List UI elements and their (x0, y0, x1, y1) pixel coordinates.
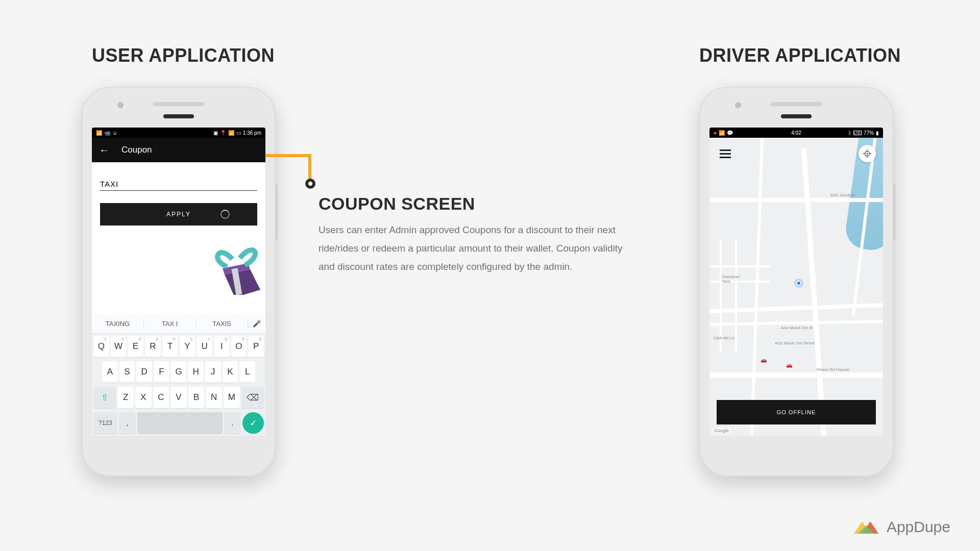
hamburger-icon (720, 153, 731, 155)
menu-button[interactable] (717, 145, 734, 162)
phone-sensor (163, 114, 194, 118)
google-attribution: Google (713, 428, 730, 434)
keyboard-row-4: ?123 , . ✓ (92, 410, 265, 436)
car-marker-icon: 🚗 (761, 357, 767, 363)
keyboard-row-1: Q1 W2 E3 R4 T5 Y6 U7 I8 O9 P0 (92, 334, 265, 359)
coupon-app-header: ← Coupon (92, 138, 265, 162)
map-label-peters: Peters Rd Flyover (817, 367, 849, 372)
suggestion-2[interactable]: TAX I (144, 320, 196, 328)
keyboard-suggestion-bar: TAXING TAX I TAXIS 🎤 (92, 314, 265, 334)
phone-speaker (771, 102, 822, 106)
key-l[interactable]: L (239, 361, 255, 383)
coupon-body: APPLY (92, 162, 265, 295)
key-enter[interactable]: ✓ (242, 412, 264, 434)
map-label-gaa: GAA 4th Ln (714, 336, 734, 340)
key-space[interactable] (137, 412, 223, 434)
coupon-input[interactable] (100, 178, 257, 191)
phone-sensor (781, 114, 812, 118)
key-b[interactable]: B (188, 387, 205, 408)
battery-icon: ▭ (236, 130, 241, 136)
back-arrow-icon[interactable]: ← (99, 145, 109, 155)
status-time: 4:02 (791, 130, 801, 136)
mic-icon[interactable]: 🎤 (248, 320, 265, 328)
coupon-callout: COUPON SCREEN Users can enter Admin appr… (318, 194, 635, 276)
key-o[interactable]: O9 (231, 336, 247, 357)
current-location-dot-icon (796, 281, 801, 286)
coupon-title: Coupon (121, 145, 152, 155)
callout-body: Users can enter Admin approved Coupons f… (318, 221, 635, 276)
loading-spinner-icon (220, 210, 230, 219)
key-c[interactable]: C (153, 387, 169, 408)
status-time: 1:36 pm (243, 130, 261, 136)
key-g[interactable]: G (171, 361, 187, 383)
car-marker-icon: 🚗 (786, 362, 792, 368)
appdupe-mark-icon (850, 518, 880, 536)
signal-icon: 📶 (96, 130, 102, 136)
driver-app-heading: DRIVER APPLICATION (699, 45, 901, 66)
go-offline-label: GO OFFLINE (777, 409, 816, 415)
keyboard-row-2: A S D F G H J K L (92, 359, 265, 385)
callout-connector (265, 154, 332, 185)
phone-camera (735, 102, 741, 108)
driver-status-bar: ● 📶 💬 4:02 ᛒ LTE 77% ▮ (709, 128, 883, 138)
key-m[interactable]: M (224, 387, 240, 408)
location-icon: 📍 (220, 130, 226, 136)
cast-icon: ▣ (213, 130, 218, 136)
map-label-sss: SSS Junction (830, 193, 854, 197)
locate-me-button[interactable] (859, 145, 876, 162)
svg-point-4 (867, 153, 868, 155)
key-backspace[interactable]: ⌫ (241, 387, 264, 408)
key-h[interactable]: H (188, 361, 204, 383)
key-e[interactable]: E3 (128, 336, 143, 357)
key-q[interactable]: Q1 (93, 336, 109, 357)
apply-button[interactable]: APPLY (100, 203, 257, 226)
key-a[interactable]: A (102, 361, 118, 383)
key-u[interactable]: U7 (197, 336, 212, 357)
driver-phone-frame: ● 📶 💬 4:02 ᛒ LTE 77% ▮ (699, 87, 893, 477)
soft-keyboard: TAXING TAX I TAXIS 🎤 Q1 W2 E3 R4 T5 Y6 U… (92, 314, 265, 436)
keyboard-row-3: ⇧ Z X C V B N M ⌫ (92, 385, 265, 410)
go-offline-button[interactable]: GO OFFLINE (717, 400, 876, 424)
key-shift[interactable]: ⇧ (93, 387, 116, 408)
signal-icon: 📶 (719, 130, 725, 136)
key-comma[interactable]: , (119, 412, 136, 434)
key-i[interactable]: I8 (214, 336, 230, 357)
user-app-heading: USER APPLICATION (92, 45, 275, 66)
key-d[interactable]: D (136, 361, 152, 383)
key-n[interactable]: N (206, 387, 222, 408)
brand-logo: AppDupe (850, 518, 950, 536)
bluetooth-icon: ᛒ (848, 130, 851, 136)
volte-icon: LTE (853, 131, 862, 135)
key-y[interactable]: Y6 (180, 336, 195, 357)
map-label-overhead: Overhead Tank (722, 274, 740, 284)
carrier-icon: ● (714, 130, 717, 136)
user-status-bar: 📶 📹 ☺ ▣ 📍 📶 ▭ 1:36 pm (92, 128, 265, 138)
key-j[interactable]: J (205, 361, 221, 383)
key-period[interactable]: . (224, 412, 241, 434)
key-v[interactable]: V (170, 387, 187, 408)
key-symbols[interactable]: ?123 (93, 412, 117, 434)
battery-icon: ▮ (876, 130, 879, 136)
user-phone-frame: 📶 📹 ☺ ▣ 📍 📶 ▭ 1:36 pm ← Coupon APPLY (82, 87, 276, 477)
key-s[interactable]: S (119, 361, 135, 383)
wifi-icon: 📶 (228, 130, 234, 136)
crosshair-icon (863, 149, 872, 158)
suggestion-1[interactable]: TAXING (92, 320, 144, 328)
key-r[interactable]: R4 (145, 336, 161, 357)
key-z[interactable]: Z (117, 387, 134, 408)
phone-camera (117, 102, 124, 108)
callout-title: COUPON SCREEN (318, 194, 635, 214)
brand-name: AppDupe (887, 518, 950, 536)
suggestion-3[interactable]: TAXIS (196, 320, 248, 328)
key-p[interactable]: P0 (248, 336, 264, 357)
map-label-aziz1: Aziz Muluk 3rd St (781, 325, 813, 330)
key-f[interactable]: F (154, 361, 169, 383)
video-icon: 📹 (104, 130, 110, 136)
user-screen: 📶 📹 ☺ ▣ 📍 📶 ▭ 1:36 pm ← Coupon APPLY (92, 128, 265, 436)
gift-box-icon (204, 239, 265, 295)
key-w[interactable]: W2 (111, 336, 127, 357)
key-t[interactable]: T5 (162, 336, 178, 357)
key-x[interactable]: X (135, 387, 152, 408)
key-k[interactable]: K (223, 361, 238, 383)
driver-map[interactable]: SSS Junction Overhead Tank Peters Rd Fly… (709, 138, 883, 436)
